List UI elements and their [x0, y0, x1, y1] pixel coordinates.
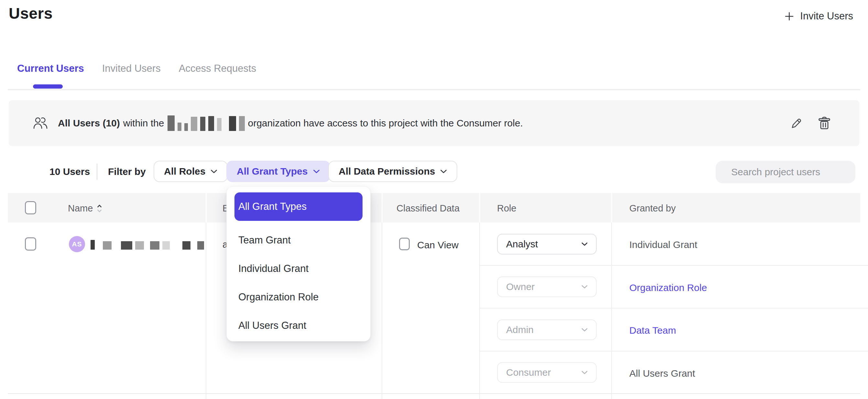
row-divider: [8, 393, 860, 394]
role-select-owner[interactable]: Owner: [497, 276, 597, 297]
column-divider: [479, 193, 480, 222]
chevron-down-icon: [582, 328, 588, 332]
chevron-down-icon: [582, 242, 588, 246]
row-divider: [479, 351, 868, 351]
name-header-label: Name: [68, 203, 93, 214]
chevron-down-icon: [440, 170, 447, 174]
menu-item-all-users-grant[interactable]: All Users Grant: [235, 311, 363, 340]
tab-invited-users[interactable]: Invited Users: [102, 63, 161, 74]
data-permissions-filter-label: All Data Permissions: [339, 166, 435, 177]
column-divider: [206, 193, 207, 222]
people-icon: [33, 117, 48, 129]
can-view-label: Can View: [417, 240, 459, 251]
all-users-banner: All Users (10) within the organization h…: [9, 100, 859, 146]
pencil-icon: [789, 116, 803, 130]
delete-grant-button[interactable]: [818, 116, 831, 130]
column-header-classified-data: Classified Data: [397, 203, 460, 214]
plus-icon: [784, 11, 794, 21]
column-divider: [611, 222, 612, 399]
banner-before: within the: [123, 118, 164, 129]
chevron-down-icon: [582, 371, 588, 374]
granted-by-individual-grant: Individual Grant: [629, 239, 697, 250]
chevron-down-icon: [313, 170, 320, 174]
chevron-down-icon: [211, 170, 217, 174]
divider: [8, 89, 860, 90]
grant-types-filter-label: All Grant Types: [237, 166, 308, 177]
role-select-analyst[interactable]: Analyst: [497, 234, 597, 254]
banner-actions: [789, 116, 831, 130]
column-header-role: Role: [497, 203, 517, 214]
menu-item-individual-grant[interactable]: Individual Grant: [235, 254, 363, 283]
tab-current-users[interactable]: Current Users: [17, 63, 84, 74]
filter-by-label: Filter by: [108, 166, 146, 177]
tab-access-requests[interactable]: Access Requests: [179, 63, 256, 74]
invite-users-label: Invite Users: [800, 10, 853, 22]
role-select-consumer[interactable]: Consumer: [497, 362, 597, 383]
column-header-name[interactable]: Name: [68, 203, 102, 214]
tab-bar: Current Users Invited Users Access Reque…: [17, 63, 256, 74]
can-view-checkbox[interactable]: [399, 238, 410, 250]
role-value: Consumer: [506, 367, 551, 378]
chevron-down-icon: [582, 285, 588, 289]
select-all-checkbox[interactable]: [25, 201, 36, 214]
data-permissions-filter-dropdown[interactable]: All Data Permissions: [328, 161, 457, 182]
grant-types-filter-dropdown[interactable]: All Grant Types: [226, 161, 330, 182]
user-count: 10 Users: [50, 166, 90, 177]
divider: [97, 163, 97, 180]
column-divider: [206, 222, 206, 399]
menu-item-all-grant-types[interactable]: All Grant Types: [235, 192, 363, 221]
granted-by-organization-role-link[interactable]: Organization Role: [629, 282, 707, 293]
edit-grant-button[interactable]: [789, 116, 803, 130]
roles-filter-dropdown[interactable]: All Roles: [154, 161, 228, 182]
active-tab-indicator: [33, 84, 63, 89]
role-select-admin[interactable]: Admin: [497, 319, 597, 340]
redacted-user-name: [91, 240, 204, 251]
row-divider: [479, 265, 868, 266]
menu-item-team-grant[interactable]: Team Grant: [235, 226, 363, 254]
redacted-org-name: [167, 116, 245, 131]
banner-bold: All Users (10): [58, 118, 120, 129]
avatar: AS: [69, 236, 85, 252]
search-box: [716, 161, 856, 183]
column-divider: [382, 222, 382, 399]
banner-text: All Users (10) within the organization h…: [58, 116, 523, 131]
search-input[interactable]: [731, 166, 856, 178]
sort-icon: [97, 204, 102, 213]
row-divider: [479, 308, 868, 308]
column-divider: [382, 193, 382, 222]
page-title: Users: [9, 4, 53, 22]
row-checkbox[interactable]: [25, 237, 36, 251]
column-header-granted-by: Granted by: [629, 203, 676, 214]
grant-types-menu: All Grant Types Team Grant Individual Gr…: [226, 186, 371, 341]
column-divider: [611, 193, 612, 222]
granted-by-all-users-grant: All Users Grant: [629, 368, 695, 379]
role-value: Analyst: [506, 239, 538, 250]
trash-icon: [818, 116, 831, 130]
role-value: Owner: [506, 281, 534, 292]
role-value: Admin: [506, 324, 534, 335]
menu-item-organization-role[interactable]: Organization Role: [235, 283, 363, 311]
granted-by-data-team-link[interactable]: Data Team: [629, 325, 676, 336]
banner-after: organization have access to this project…: [248, 118, 523, 129]
users-page: Users Invite Users Current Users Invited…: [0, 0, 868, 399]
roles-filter-label: All Roles: [164, 166, 205, 177]
invite-users-button[interactable]: Invite Users: [784, 10, 853, 22]
column-divider: [479, 222, 480, 399]
